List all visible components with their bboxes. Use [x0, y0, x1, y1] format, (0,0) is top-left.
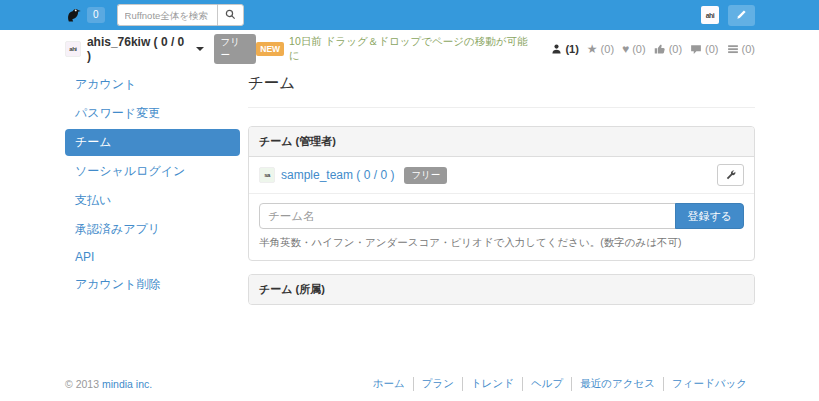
list-icon	[727, 43, 739, 55]
pencil-icon	[736, 9, 747, 22]
likes-stat[interactable]: ♥ (0)	[622, 43, 646, 55]
user-bar: ahi ahis_76kiw ( 0 / 0 ) フリー NEW 10日前 ドラ…	[65, 39, 755, 59]
thumbs-up-icon	[654, 43, 666, 55]
stat-count: (0)	[669, 43, 682, 55]
heart-icon: ♥	[622, 43, 629, 55]
user-avatar-small: ahi	[65, 41, 81, 57]
stat-count: (0)	[705, 43, 718, 55]
topbar: 0 ahi	[0, 0, 819, 30]
footer-link-trend[interactable]: トレンド	[471, 377, 514, 389]
sidebar-item-social-login[interactable]: ソーシャルログイン	[65, 158, 240, 185]
stat-count: (1)	[565, 43, 578, 55]
member-team-panel: チーム (所属)	[248, 274, 755, 305]
footer-links: ホーム プラン トレンド ヘルプ 最近のアクセス フィードバック	[365, 377, 755, 391]
star-icon: ★	[587, 43, 598, 55]
sidebar-item-api[interactable]: API	[65, 245, 240, 269]
username-dropdown[interactable]: ahis_76kiw ( 0 / 0 )	[87, 35, 191, 63]
site-search	[117, 4, 244, 26]
pages-stat[interactable]: (0)	[727, 43, 755, 55]
team-settings-button[interactable]	[717, 164, 744, 186]
sidebar-item-password[interactable]: パスワード変更	[65, 100, 240, 127]
footer-link-home[interactable]: ホーム	[373, 377, 405, 389]
footer-link-help[interactable]: ヘルプ	[531, 377, 563, 389]
register-team-button[interactable]: 登録する	[675, 203, 744, 229]
admin-panel-header: チーム (管理者)	[249, 127, 754, 157]
stat-count: (0)	[601, 43, 614, 55]
comments-stat[interactable]: (0)	[690, 43, 718, 55]
page-title: チーム	[248, 71, 755, 108]
user-icon	[551, 43, 562, 55]
sidebar-item-team[interactable]: チーム	[65, 129, 240, 156]
sidebar-item-authorized-apps[interactable]: 承認済みアプリ	[65, 216, 240, 243]
comment-icon	[690, 43, 702, 55]
stars-stat[interactable]: ★ (0)	[587, 43, 614, 55]
team-link[interactable]: sample_team ( 0 / 0 )	[281, 168, 394, 182]
create-team-form: 登録する 半角英数・ハイフン・アンダースコア・ピリオドで入力してください。(数字…	[249, 194, 754, 260]
team-plan-badge: フリー	[404, 167, 447, 184]
sidebar-item-account[interactable]: アカウント	[65, 71, 240, 98]
copyright-text: © 2013	[65, 378, 99, 390]
sidebar-item-delete-account[interactable]: アカウント削除	[65, 271, 240, 298]
footer: © 2013 mindia inc. ホーム プラン トレンド ヘルプ 最近のア…	[65, 377, 755, 391]
team-avatar: sa	[259, 167, 275, 183]
sidebar-item-payment[interactable]: 支払い	[65, 187, 240, 214]
stat-count: (0)	[742, 43, 755, 55]
admin-team-panel: チーム (管理者) sa sample_team ( 0 / 0 ) フリー	[248, 126, 755, 261]
chevron-down-icon[interactable]	[196, 47, 204, 51]
member-panel-header: チーム (所属)	[249, 275, 754, 304]
footer-link-plan[interactable]: プラン	[422, 377, 454, 389]
footer-link-recent-access[interactable]: 最近のアクセス	[580, 377, 655, 389]
team-name-input[interactable]	[259, 203, 676, 229]
stat-count: (0)	[632, 43, 645, 55]
new-badge: NEW	[256, 42, 284, 56]
user-avatar[interactable]: ahi	[701, 6, 719, 24]
user-stats: (1) ★ (0) ♥ (0) (0	[543, 43, 755, 55]
company-link[interactable]: mindia inc.	[102, 378, 152, 390]
announcement-link[interactable]: 10日前 ドラッグ＆ドロップでページの移動が可能に	[289, 35, 533, 63]
team-row: sa sample_team ( 0 / 0 ) フリー	[249, 157, 754, 194]
search-button[interactable]	[217, 4, 244, 26]
team-name-helper-text: 半角英数・ハイフン・アンダースコア・ピリオドで入力してください。(数字のみは不可…	[259, 236, 744, 250]
notification-count-badge[interactable]: 0	[87, 7, 105, 23]
search-input[interactable]	[117, 4, 217, 26]
wrench-icon	[725, 168, 736, 183]
settings-sidebar: アカウント パスワード変更 チーム ソーシャルログイン 支払い 承認済みアプリ …	[65, 71, 240, 300]
bird-logo-icon[interactable]	[65, 7, 82, 23]
footer-link-feedback[interactable]: フィードバック	[672, 377, 747, 389]
followers-stat[interactable]: (1)	[551, 43, 578, 55]
search-icon	[225, 8, 236, 23]
new-page-button[interactable]	[728, 5, 755, 26]
plan-badge: フリー	[214, 34, 257, 64]
thumbs-up-stat[interactable]: (0)	[654, 43, 682, 55]
